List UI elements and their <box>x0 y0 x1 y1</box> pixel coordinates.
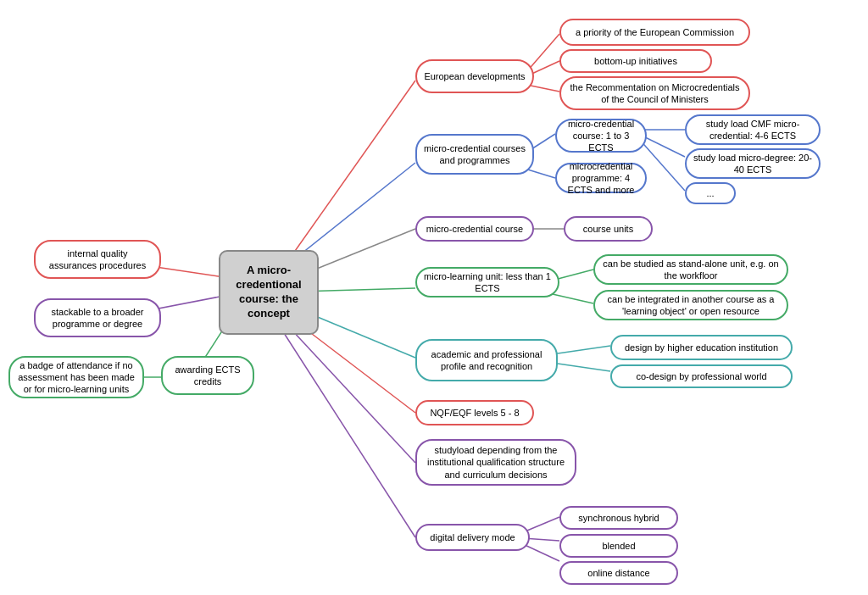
svg-line-7 <box>269 309 415 537</box>
co-design-node: co-design by professional world <box>610 364 793 388</box>
online-distance-node: online distance <box>559 561 678 585</box>
course-units-node: course units <box>564 216 653 242</box>
micro-credential-course-node: micro-credential course <box>415 216 534 242</box>
micro-course-1-3-node: micro-credential course: 1 to 3 ECTS <box>555 119 647 153</box>
nqf-eqf-node: NQF/EQF levels 5 - 8 <box>415 400 534 425</box>
design-higher-ed-node: design by higher education institution <box>610 335 793 360</box>
micro-learning-node: micro-learning unit: less than 1 ECTS <box>415 267 559 298</box>
svg-line-23 <box>552 346 610 354</box>
digital-delivery-node: digital delivery mode <box>415 524 530 551</box>
priority-ec-node: a priority of the European Commission <box>559 19 750 46</box>
svg-line-27 <box>523 544 559 561</box>
center-node: A micro- credentional course: the concep… <box>219 250 319 335</box>
svg-line-14 <box>526 85 559 92</box>
mindmap-diagram: A micro- credentional course: the concep… <box>0 0 868 595</box>
blended-node: blended <box>559 534 678 558</box>
stand-alone-node: can be studied as stand-alone unit, e.g.… <box>593 254 788 285</box>
academic-professional-node: academic and professional profile and re… <box>415 339 558 381</box>
study-load-micro-node: study load micro-degree: 20-40 ECTS <box>685 148 821 179</box>
badge-node: a badge of attendance if no assessment h… <box>8 356 144 398</box>
stackable-node: stackable to a broader programme or degr… <box>34 298 161 337</box>
internal-quality-node: internal quality assurances procedures <box>34 240 161 279</box>
european-developments-node: European developments <box>415 59 534 93</box>
awarding-ects-node: awarding ECTS credits <box>161 356 254 395</box>
svg-line-24 <box>552 363 610 371</box>
svg-line-25 <box>523 517 559 532</box>
bottom-up-node: bottom-up initiatives <box>559 49 712 73</box>
study-load-cmf-node: study load CMF micro-credential: 4-6 ECT… <box>685 114 821 145</box>
ellipsis-node: ... <box>685 182 736 204</box>
micro-programme-4-node: microcredential programme: 4 ECTS and mo… <box>555 163 647 193</box>
recommentation-node: the Recommentation on Microcredentials o… <box>559 76 750 110</box>
integrated-node: can be integrated in another course as a… <box>593 290 788 320</box>
synchronous-node: synchronous hybrid <box>559 506 678 530</box>
studyload-node: studyload depending from the institution… <box>415 439 576 486</box>
micro-courses-programmes-node: micro-credential courses and programmes <box>415 134 534 175</box>
